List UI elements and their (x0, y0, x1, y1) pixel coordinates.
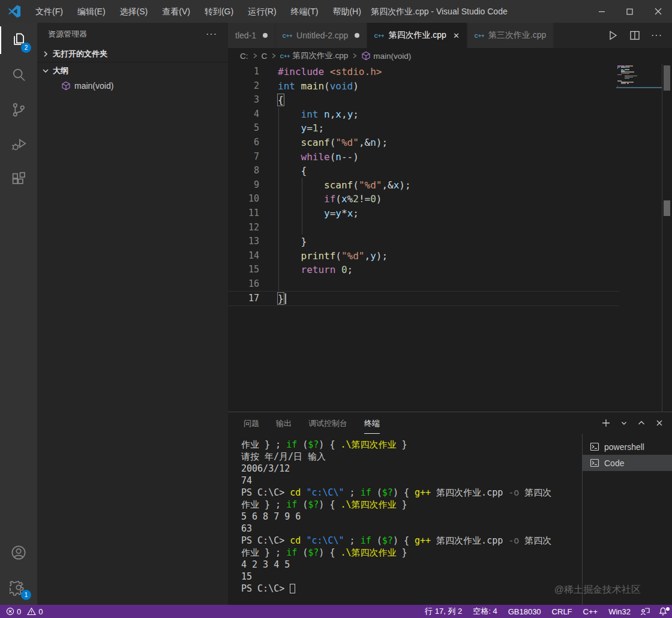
activity-source-control-button[interactable] (0, 92, 37, 127)
account-button[interactable] (0, 535, 37, 570)
sidebar-title: 资源管理器 (48, 29, 87, 40)
code-line-8[interactable]: 8 { (228, 164, 672, 178)
menu-item-0[interactable]: 文件(F) (28, 0, 70, 23)
code-line-16[interactable]: 16 (228, 277, 672, 292)
menu-item-2[interactable]: 选择(S) (113, 0, 155, 23)
panel-tab-1[interactable]: 输出 (276, 413, 292, 433)
close-button[interactable] (644, 0, 672, 23)
code-line-17[interactable]: 17} (228, 292, 672, 306)
section-outline[interactable]: 大纲 (37, 64, 228, 78)
code-line-11[interactable]: 11 y=y*x; (228, 206, 672, 221)
activity-explorer-button[interactable]: 2 (0, 23, 37, 58)
panel-tab-0[interactable]: 问题 (244, 413, 259, 433)
activity-search-button[interactable] (0, 58, 37, 92)
code-line-2[interactable]: 2int main(void) (228, 79, 672, 94)
terminal-instance-code[interactable]: Code (583, 455, 672, 471)
line-number[interactable]: 11 (228, 206, 259, 221)
menu-item-5[interactable]: 运行(R) (241, 0, 283, 23)
line-number[interactable]: 8 (228, 164, 259, 178)
code-line-1[interactable]: 1#include <stdio.h> (228, 65, 672, 79)
line-number[interactable]: 2 (228, 79, 259, 94)
sidebar-more-actions-icon[interactable]: ··· (206, 29, 217, 40)
minimap[interactable] (617, 65, 662, 87)
split-editor-icon[interactable] (629, 30, 640, 41)
code-editor[interactable]: 1#include <stdio.h>2int main(void)3{4 in… (228, 64, 672, 412)
search-icon (10, 66, 28, 84)
run-file-icon[interactable] (607, 29, 619, 41)
tab-3[interactable]: C++第三次作业.cpp (467, 23, 554, 48)
code-line-9[interactable]: 9 scanf("%d",&x); (228, 178, 672, 193)
breadcrumb-item-1[interactable]: C (262, 52, 268, 61)
notifications-bell-icon[interactable] (654, 607, 672, 616)
breadcrumb-item-0[interactable]: C: (240, 52, 248, 61)
code-line-10[interactable]: 10 if(x%2!=0) (228, 192, 672, 206)
panel-tab-3[interactable]: 终端 (364, 413, 380, 434)
menu-item-4[interactable]: 转到(G) (197, 0, 241, 23)
panel-tab-2[interactable]: 调试控制台 (308, 413, 347, 433)
line-content: y=1; (259, 121, 324, 136)
menu-item-7[interactable]: 帮助(H) (325, 0, 368, 23)
settings-badge: 1 (21, 590, 31, 600)
code-line-5[interactable]: 5 y=1; (228, 121, 672, 136)
scrollbar-thumb[interactable] (664, 65, 670, 91)
new-terminal-icon[interactable] (601, 418, 611, 428)
code-line-14[interactable]: 14 printf("%d",y); (228, 249, 672, 263)
line-number[interactable]: 1 (228, 65, 259, 79)
status-item-4[interactable]: C++ (578, 607, 604, 616)
section-no-folder-opened[interactable]: 无打开的文件夹 (37, 46, 228, 62)
minimize-button[interactable] (587, 0, 616, 23)
line-number[interactable]: 3 (228, 93, 259, 107)
status-item-5[interactable]: Win32 (603, 607, 636, 616)
status-item-2[interactable]: GB18030 (503, 607, 547, 616)
menu-item-6[interactable]: 终端(T) (284, 0, 326, 23)
menu-item-3[interactable]: 查看(V) (155, 0, 197, 23)
code-line-7[interactable]: 7 while(n--) (228, 150, 672, 164)
problems-status[interactable]: 0 0 (0, 607, 43, 616)
maximize-panel-icon[interactable] (637, 419, 646, 427)
line-number[interactable]: 17 (228, 292, 259, 306)
status-item-3[interactable]: CRLF (547, 607, 578, 616)
line-number[interactable]: 7 (228, 150, 259, 164)
cpp-file-icon: C++ (280, 51, 290, 61)
terminal-dropdown-icon[interactable] (620, 419, 628, 427)
line-number[interactable]: 9 (228, 178, 259, 193)
scrollbar-marker[interactable] (664, 200, 670, 216)
terminal-output[interactable]: 作业 } ; if ($?) { .\第四次作业 }请按 年/月/日 输入200… (228, 434, 582, 605)
code-line-13[interactable]: 13 } (228, 235, 672, 249)
code-line-15[interactable]: 15 return 0; (228, 263, 672, 277)
line-number[interactable]: 6 (228, 136, 259, 150)
code-line-12[interactable]: 12 (228, 221, 672, 235)
code-line-6[interactable]: 6 scanf("%d",&n); (228, 136, 672, 150)
maximize-button[interactable] (616, 0, 644, 23)
watermark: @稀土掘金技术社区 (554, 584, 641, 596)
editor-scrollbar[interactable] (662, 64, 672, 412)
settings-button[interactable]: 1 (0, 570, 37, 605)
activity-extensions-button[interactable] (0, 162, 37, 197)
breadcrumb-item-3[interactable]: main(void) (361, 51, 411, 61)
tab-2[interactable]: C++第四次作业.cpp✕ (367, 23, 467, 48)
feedback-icon[interactable] (636, 607, 654, 616)
tab-1[interactable]: C++Untitled-2.cpp (275, 23, 367, 48)
status-item-1[interactable]: 空格: 4 (467, 606, 502, 617)
menu-item-1[interactable]: 编辑(E) (70, 0, 113, 23)
code-line-4[interactable]: 4 int n,x,y; (228, 107, 672, 122)
close-panel-icon[interactable] (655, 419, 664, 427)
activity-run-debug-button[interactable] (0, 127, 37, 162)
editor-more-actions-icon[interactable]: ··· (651, 30, 662, 41)
outline-item-main[interactable]: main(void) (37, 78, 228, 93)
close-tab-icon[interactable]: ✕ (453, 31, 460, 40)
code-line-3[interactable]: 3{ (228, 93, 672, 107)
status-item-0[interactable]: 行 17, 列 2 (419, 606, 467, 617)
terminal-instance-powershell[interactable]: powershell (583, 439, 672, 455)
line-number[interactable]: 5 (228, 121, 259, 136)
breadcrumb-item-2[interactable]: C++第四次作业.cpp (280, 50, 348, 61)
line-number[interactable]: 10 (228, 192, 259, 206)
line-number[interactable]: 16 (228, 277, 259, 292)
tab-0[interactable]: tled-1 (228, 23, 275, 48)
line-number[interactable]: 13 (228, 235, 259, 249)
line-number[interactable]: 14 (228, 249, 259, 263)
line-number[interactable]: 15 (228, 263, 259, 277)
status-bar-right: 行 17, 列 2空格: 4GB18030CRLFC++Win32 (419, 606, 672, 617)
line-number[interactable]: 12 (228, 221, 259, 235)
line-number[interactable]: 4 (228, 107, 259, 122)
